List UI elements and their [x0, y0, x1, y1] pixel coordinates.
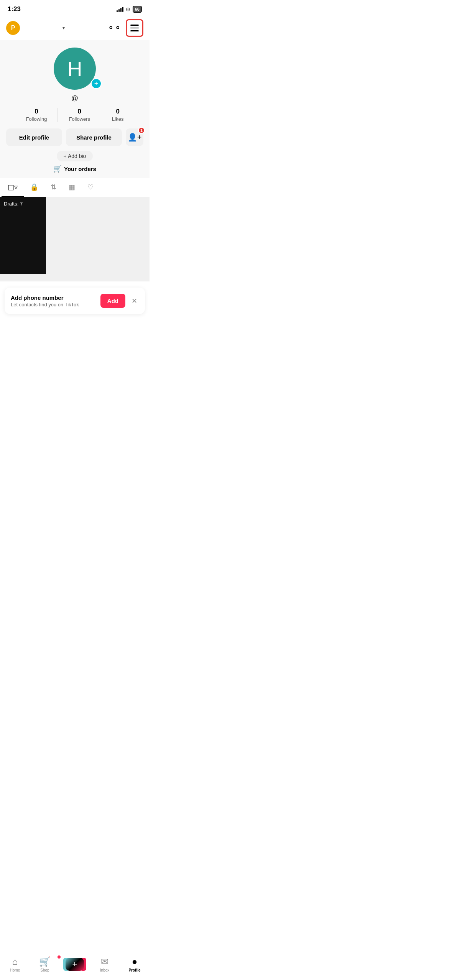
add-bio-button[interactable]: + Add bio	[57, 151, 93, 161]
followers-stat[interactable]: 0 Followers	[58, 108, 101, 122]
private-tab-icon: 🔒	[30, 183, 38, 191]
liked-tab-icon: ♡	[87, 183, 94, 191]
share-profile-button[interactable]: Share profile	[66, 128, 122, 146]
avatar-wrap: H +	[0, 48, 150, 90]
phone-number-banner: Add phone number Let contacts find you o…	[5, 288, 145, 314]
account-chevron-icon: ▾	[62, 25, 65, 31]
profile-section: H + @ 0 Following 0 Followers 0 Likes Ed…	[0, 40, 150, 178]
likes-label: Likes	[112, 116, 123, 122]
nav-right-actions: ⚬⚬	[107, 19, 143, 37]
avatar[interactable]: H	[54, 48, 96, 90]
status-time: 1:23	[8, 5, 21, 13]
add-friend-icon: 👤+	[128, 133, 142, 142]
bio-section: + Add bio 🛒 Your orders	[0, 151, 150, 178]
likes-stat[interactable]: 0 Likes	[101, 108, 134, 122]
username-row: @	[0, 94, 150, 102]
stats-row: 0 Following 0 Followers 0 Likes	[0, 108, 150, 122]
content-tabs: ◫▿ 🔒 ⇅ ▦ ♡	[0, 178, 150, 197]
videos-grid: Drafts: 7	[0, 197, 150, 281]
hamburger-menu-button[interactable]	[126, 19, 143, 37]
add-friend-button[interactable]: 👤+ 1	[126, 128, 143, 146]
likes-count: 0	[112, 108, 123, 115]
tab-tagged[interactable]: ▦	[62, 178, 81, 197]
following-label: Following	[26, 116, 47, 122]
edit-profile-button[interactable]: Edit profile	[6, 128, 62, 146]
tab-liked[interactable]: ♡	[81, 178, 100, 197]
add-phone-button[interactable]: Add	[100, 294, 125, 308]
phone-banner-subtitle: Let contacts find you on TikTok	[11, 302, 96, 307]
account-switcher-badge[interactable]: P	[6, 21, 20, 35]
wifi-icon: ⊜	[126, 6, 130, 12]
battery-indicator: 66	[133, 6, 142, 13]
followers-label: Followers	[69, 116, 90, 122]
tab-repost[interactable]: ⇅	[44, 178, 62, 197]
following-count: 0	[26, 108, 47, 115]
tab-private[interactable]: 🔒	[24, 178, 44, 197]
posts-tab-icon: ◫▿	[8, 183, 18, 191]
drafts-label: Drafts: 7	[4, 201, 23, 207]
status-bar: 1:23 ⊜ 66	[0, 0, 150, 16]
creator-tools-icon[interactable]: ⚬⚬	[107, 23, 121, 33]
following-stat[interactable]: 0 Following	[15, 108, 58, 122]
followers-count: 0	[69, 108, 90, 115]
close-banner-button[interactable]: ✕	[130, 295, 139, 307]
phone-banner-text: Add phone number Let contacts find you o…	[11, 294, 96, 307]
status-icons: ⊜ 66	[117, 6, 142, 13]
draft-video-card[interactable]: Drafts: 7	[0, 197, 46, 274]
top-nav: P ▾ ⚬⚬	[0, 16, 150, 40]
phone-banner-title: Add phone number	[11, 294, 96, 301]
tab-posts[interactable]: ◫▿	[2, 178, 24, 197]
tagged-tab-icon: ▦	[69, 183, 75, 191]
repost-tab-icon: ⇅	[51, 183, 56, 191]
orders-row[interactable]: 🛒 Your orders	[6, 164, 143, 173]
orders-label: Your orders	[64, 166, 96, 172]
action-buttons: Edit profile Share profile 👤+ 1	[0, 128, 150, 146]
signal-icon	[117, 7, 123, 12]
username: @	[71, 94, 78, 102]
avatar-letter: H	[67, 57, 82, 81]
account-name-area[interactable]: ▾	[62, 25, 65, 31]
avatar-add-photo-button[interactable]: +	[91, 78, 102, 89]
cart-icon: 🛒	[53, 164, 62, 173]
friend-request-badge: 1	[138, 127, 145, 134]
